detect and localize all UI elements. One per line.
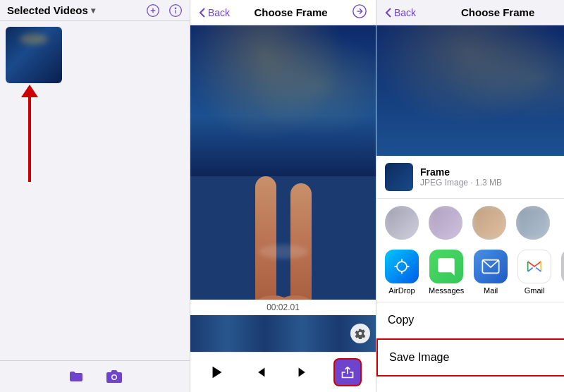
airdrop-app-item[interactable]: AirDrop <box>385 250 419 295</box>
contact-avatar-3 <box>472 206 506 240</box>
svg-point-7 <box>112 376 116 379</box>
center-title: Choose Frame <box>254 6 327 18</box>
play-button[interactable] <box>204 360 230 385</box>
app-row: AirDrop Messages Mail <box>376 247 564 302</box>
foot-right <box>281 295 310 300</box>
selected-videos-title: Selected Videos ▾ <box>7 4 146 16</box>
messages-app-item[interactable]: Messages <box>429 250 464 295</box>
contact-item[interactable] <box>385 206 419 240</box>
mail-app-item[interactable]: Mail <box>474 250 508 295</box>
header-icons <box>146 4 183 18</box>
svg-point-5 <box>175 8 176 8</box>
right-preview-water <box>376 25 564 156</box>
video-timestamp: 00:02.01 <box>190 300 376 315</box>
share-filename: Frame <box>420 166 564 178</box>
share-filetype: JPEG Image · 1.3 MB <box>420 178 564 188</box>
left-panel: Selected Videos ▾ 00:08 <box>0 0 190 392</box>
copy-action[interactable]: Copy <box>376 302 564 338</box>
mail-label: Mail <box>484 286 498 295</box>
forward-icon[interactable] <box>352 4 367 19</box>
arrow-line <box>28 97 31 182</box>
list-icon[interactable] <box>146 4 160 18</box>
contact-item[interactable] <box>472 206 506 240</box>
more-app-item[interactable]: More <box>561 250 564 295</box>
next-frame-button[interactable] <box>290 360 316 385</box>
share-file-info: Frame JPEG Image · 1.3 MB <box>420 166 564 188</box>
share-sheet: Frame JPEG Image · 1.3 MB <box>376 156 564 392</box>
share-button[interactable] <box>333 358 362 386</box>
arrow-head-icon <box>21 85 38 97</box>
title-text: Selected Videos <box>7 4 88 16</box>
svg-marker-10 <box>213 367 222 379</box>
right-back-button[interactable]: Back <box>385 7 416 18</box>
video-thumb-bg <box>6 27 62 83</box>
center-panel: Back Choose Frame 00:02.01 <box>190 0 376 392</box>
filmstrip-settings-button[interactable] <box>350 324 370 343</box>
contact-row <box>376 199 564 247</box>
legs-graphic <box>248 163 319 300</box>
share-icon <box>341 365 355 379</box>
prev-frame-button[interactable] <box>247 360 273 385</box>
video-thumbnail[interactable]: 00:08 <box>6 27 62 83</box>
camera-icon[interactable] <box>106 368 123 385</box>
left-footer <box>0 360 190 392</box>
contact-avatar-1 <box>385 206 419 240</box>
gmail-app-item[interactable]: Gmail <box>517 250 551 295</box>
right-video-preview <box>376 25 564 156</box>
center-video-preview <box>190 25 376 300</box>
gmail-icon <box>517 250 551 283</box>
leg-left <box>255 176 276 300</box>
messages-icon <box>429 250 463 283</box>
action-row: Copy Save Image <box>376 302 564 376</box>
mail-icon <box>474 250 508 283</box>
arrow-annotation <box>21 85 38 182</box>
share-thumbnail <box>385 163 413 191</box>
airdrop-graphic <box>392 257 412 276</box>
more-icon <box>561 250 564 283</box>
right-panel: Back Choose Frame Frame JPEG Image · 1.3… <box>376 0 564 392</box>
filmstrip[interactable] <box>190 315 376 352</box>
right-back-label: Back <box>394 7 416 18</box>
center-header: Back Choose Frame <box>190 0 376 25</box>
contact-avatar-4 <box>516 206 550 240</box>
center-header-right <box>352 4 367 22</box>
prev-frame-icon <box>252 365 268 380</box>
save-image-action[interactable]: Save Image <box>376 338 564 376</box>
water-splash <box>259 245 308 259</box>
right-title: Choose Frame <box>461 6 534 18</box>
messages-graphic <box>436 257 456 276</box>
video-grid: 00:08 <box>0 21 190 360</box>
save-image-label: Save Image <box>389 351 449 364</box>
mail-graphic <box>481 257 501 276</box>
folder-icon[interactable] <box>68 368 85 385</box>
airdrop-icon <box>385 250 419 283</box>
center-back-button[interactable]: Back <box>199 7 230 18</box>
settings-icon <box>355 328 366 339</box>
chevron-down-icon[interactable]: ▾ <box>91 6 95 16</box>
messages-label: Messages <box>429 286 464 295</box>
gmail-label: Gmail <box>525 286 545 295</box>
contact-item[interactable] <box>516 206 550 240</box>
left-header: Selected Videos ▾ <box>0 0 190 21</box>
water-ripple-bg <box>190 25 376 176</box>
gmail-graphic <box>525 257 544 276</box>
controls-bar <box>190 352 376 392</box>
right-header: Back Choose Frame <box>376 0 564 25</box>
play-icon <box>209 365 225 380</box>
center-back-label: Back <box>208 7 230 18</box>
leg-right <box>290 183 312 300</box>
filmstrip-strip <box>190 315 376 352</box>
airdrop-label: AirDrop <box>388 286 415 295</box>
next-frame-icon <box>295 365 311 380</box>
info-icon[interactable] <box>168 4 183 18</box>
contact-item[interactable] <box>429 206 462 240</box>
copy-label: Copy <box>388 314 414 326</box>
contact-avatar-2 <box>429 206 462 240</box>
share-sheet-header: Frame JPEG Image · 1.3 MB <box>376 156 564 199</box>
